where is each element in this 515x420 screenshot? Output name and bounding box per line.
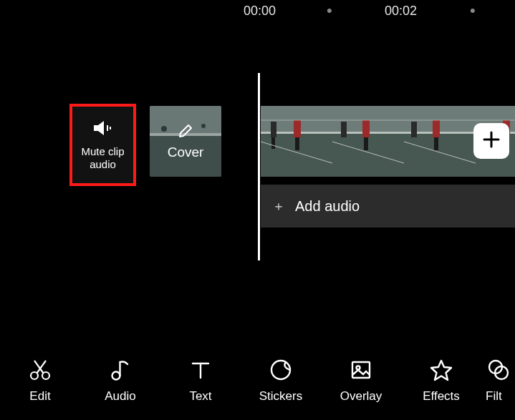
tool-label: Audio [105,389,135,404]
playhead[interactable] [258,73,260,260]
ruler-tick-dot: • [327,1,332,20]
svg-rect-19 [362,120,370,137]
ruler-time-label: 00:00 [244,4,276,19]
scissors-icon [28,358,52,382]
cover-button[interactable]: Cover [150,106,221,177]
svg-rect-27 [433,120,440,137]
speaker-icon [92,119,115,140]
timeline-frame [332,106,404,177]
timeline-frame [404,106,476,177]
svg-rect-12 [271,122,276,137]
timeline-frame [261,106,332,177]
ruler-time-label: 00:02 [385,4,417,19]
tool-label: Text [189,389,211,404]
tool-label: Filt [486,389,502,404]
add-audio-label: Add audio [295,198,360,215]
svg-rect-28 [434,137,438,150]
star-icon [429,358,453,382]
timeline-ruler: 00:00 • 00:02 • [0,0,515,21]
tool-stickers[interactable]: Stickers [241,358,321,404]
svg-rect-13 [271,137,275,149]
add-audio-button[interactable]: ＋ Add audio [261,185,515,228]
tool-overlay[interactable]: Overlay [321,358,401,404]
plus-icon: ＋ [272,197,285,215]
svg-rect-11 [295,137,299,150]
tool-effects[interactable]: Effects [401,358,481,404]
ruler-tick-dot: • [470,1,476,20]
svg-rect-47 [352,362,370,378]
tool-label: Overlay [340,389,382,404]
pencil-icon [178,123,193,142]
svg-rect-25 [404,133,476,177]
svg-point-43 [112,372,120,380]
mute-clip-audio-button[interactable]: Mute clip audio [69,104,136,186]
cover-label: Cover [168,145,204,160]
filters-icon [486,358,510,382]
mute-clip-audio-label: Mute clip audio [77,145,129,171]
image-icon [349,358,373,382]
tool-label: Edit [29,389,50,404]
svg-rect-10 [294,120,301,137]
text-icon [188,358,213,382]
svg-rect-20 [364,137,368,150]
svg-rect-29 [411,122,417,137]
tool-text[interactable]: Text [160,358,241,404]
tool-label: Stickers [259,389,302,404]
bottom-toolbar: Edit Audio Text Stickers [0,341,515,420]
svg-point-5 [161,126,167,132]
svg-point-46 [271,361,290,379]
svg-rect-21 [341,122,347,137]
plus-icon [482,130,501,152]
tool-filters[interactable]: Filt [481,358,515,404]
add-clip-button[interactable] [473,123,509,159]
tool-edit[interactable]: Edit [0,358,80,404]
sticker-icon [269,358,293,382]
tool-label: Effects [423,389,460,404]
music-note-icon [108,358,133,382]
tool-audio[interactable]: Audio [80,358,160,404]
